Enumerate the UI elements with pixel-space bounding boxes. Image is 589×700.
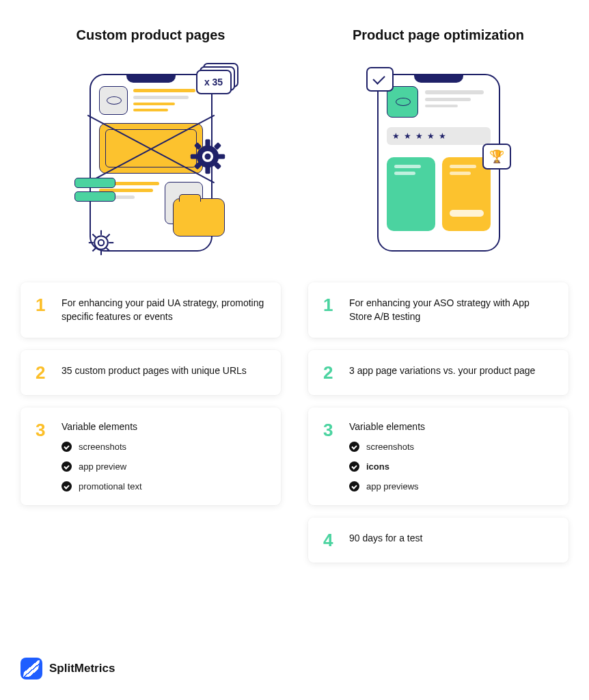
card-body: For enhancing your ASO strategy with App… [349,296,553,324]
variable-elements-list: screenshots app preview promotional text [61,442,266,492]
svg-line-18 [106,248,109,252]
svg-line-20 [92,248,96,252]
svg-rect-3 [190,154,197,159]
check-icon [61,481,72,492]
list-label: screenshots [79,442,126,452]
card-3: 3 Variable elements screenshots icons ap… [308,407,569,505]
app-icon-placeholder [99,86,128,115]
gear-icon [87,228,115,257]
card-body: 3 app page variations vs. your product p… [349,364,553,377]
checkmark-badge [366,67,394,92]
card-number: 2 [323,364,337,381]
star-icon: ★ [415,131,423,141]
title-lines [425,86,491,118]
line [450,172,471,175]
phone-mockup-left: x 35 [90,74,213,252]
list-item: app preview [61,461,266,472]
card-number: 2 [36,364,49,381]
brand-logo: SplitMetrics [20,637,281,679]
panel-b [442,157,491,231]
card-body: For enhancing your paid UA strategy, pro… [61,296,266,324]
phone-notch [126,75,176,83]
card-text: 90 days for a test [349,531,553,545]
star-icon: ★ [404,131,411,141]
left-title: Custom product pages [20,27,281,43]
line [450,165,476,168]
line [425,105,458,107]
card-text: 35 custom product pages with unique URLs [61,364,266,377]
star-icon: ★ [392,131,400,141]
list-item: icons [349,461,553,472]
logo-mark-icon [20,658,42,679]
line [425,90,484,94]
trophy-badge: 🏆 [482,144,511,170]
svg-rect-4 [217,154,225,159]
right-column: Product page optimization ★ ★ ★ ★ [308,27,569,679]
svg-line-17 [92,234,96,237]
card-number: 1 [323,296,337,314]
card-body: 35 custom product pages with unique URLs [61,364,266,377]
green-pills [74,178,115,202]
card-2: 2 35 custom product pages with unique UR… [20,350,281,395]
card-text: For enhancing your paid UA strategy, pro… [61,296,266,324]
right-illustration: ★ ★ ★ ★ ★ [308,64,569,262]
check-icon [61,442,72,452]
panel-a [387,157,435,231]
folder-icon [173,198,225,237]
list-label: icons [366,461,389,472]
left-cards: 1 For enhancing your paid UA strategy, p… [20,282,281,505]
app-header-row [387,86,491,118]
variation-panels [387,157,491,231]
card-subtitle: Variable elements [349,421,553,432]
rating-row: ★ ★ ★ ★ ★ [387,127,491,145]
hero-inner [105,129,197,167]
card-text: 3 app page variations vs. your product p… [349,364,553,377]
gear-icon [189,138,226,175]
star-icon: ★ [427,131,435,141]
list-label: screenshots [366,442,414,452]
card-number: 4 [323,531,337,549]
card-text: For enhancing your ASO strategy with App… [349,296,553,324]
cta-placeholder [450,210,484,217]
check-icon [349,461,359,472]
card-number: 3 [323,421,337,439]
svg-line-19 [106,234,109,237]
card-1: 1 For enhancing your ASO strategy with A… [308,282,569,338]
list-label: app previews [366,481,419,492]
card-number: 1 [36,296,49,314]
badge-front: x 35 [196,70,232,94]
star-icon: ★ [439,131,446,141]
card-body: 90 days for a test [349,531,553,545]
card-1: 1 For enhancing your paid UA strategy, p… [20,282,281,338]
svg-point-10 [204,154,210,160]
line [133,103,175,105]
line [133,109,168,111]
list-item: promotional text [61,481,266,492]
pill [74,191,115,202]
svg-point-11 [94,236,108,250]
line [133,96,189,99]
list-label: app preview [79,461,126,472]
list-item: screenshots [349,442,553,452]
x35-badge: x 35 [196,70,232,94]
phone-mockup-right: ★ ★ ★ ★ ★ [377,74,500,252]
title-lines [133,86,203,115]
pill [74,178,115,188]
line [133,89,196,92]
comparison-container: Custom product pages [20,27,569,679]
card-body: Variable elements screenshots app previe… [61,421,266,492]
hero-placeholder [99,123,203,174]
list-item: screenshots [61,442,266,452]
list-item: app previews [349,481,553,492]
check-icon [349,481,359,492]
line [425,98,471,101]
card-body: Variable elements screenshots icons app … [349,421,553,492]
phone-notch [414,75,463,83]
brand-name: SplitMetrics [49,662,115,675]
left-column: Custom product pages [20,27,281,679]
svg-point-12 [98,240,103,245]
app-header-row [99,86,203,115]
card-2: 2 3 app page variations vs. your product… [308,350,569,395]
check-icon [61,461,72,472]
card-3: 3 Variable elements screenshots app prev… [20,407,281,505]
